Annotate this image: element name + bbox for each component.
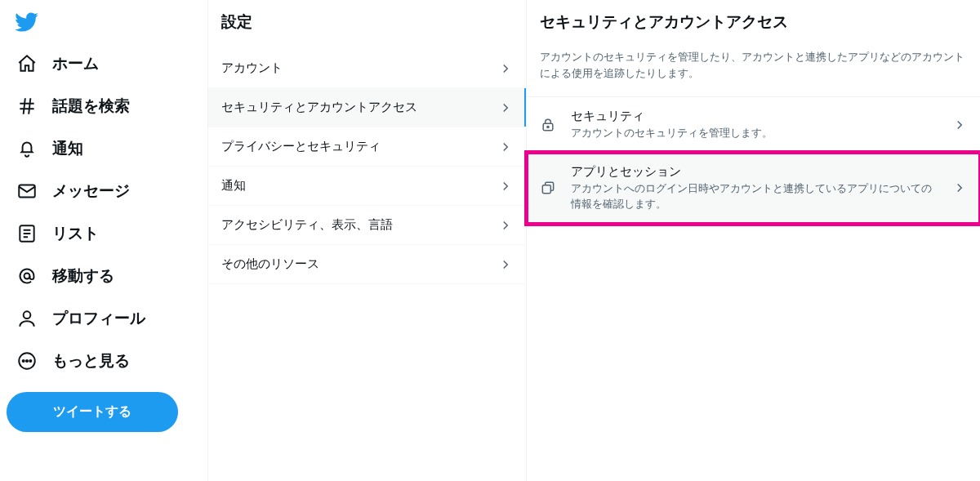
hash-icon — [16, 96, 38, 117]
nav-spacer — [7, 432, 201, 473]
panel-row-sub: アカウントへのログイン日時やアカウントと連携しているアプリについての情報を確認し… — [571, 181, 938, 212]
chevron-right-icon — [498, 100, 513, 115]
settings-item-security-access[interactable]: セキュリティとアカウントアクセス — [208, 88, 526, 127]
panel-row-security[interactable]: セキュリティ アカウントのセキュリティを管理します。 — [527, 97, 980, 153]
settings-item-label: アクセシビリティ、表示、言語 — [221, 217, 393, 233]
nav-label: リスト — [52, 223, 99, 244]
nav-items: ホーム 話題を検索 通知 メッセージ — [7, 44, 201, 381]
chevron-right-icon — [498, 218, 513, 233]
panel-row-title: アプリとセッション — [571, 164, 938, 180]
chevron-right-icon — [498, 61, 513, 76]
at-icon — [16, 265, 38, 287]
home-icon — [16, 53, 38, 74]
svg-point-9 — [547, 127, 549, 128]
chevron-right-icon — [498, 257, 513, 272]
svg-point-6 — [26, 360, 28, 362]
nav-more[interactable]: もっと見る — [7, 341, 201, 381]
apps-icon — [540, 180, 556, 196]
svg-point-7 — [29, 360, 31, 362]
panel-row-title: セキュリティ — [571, 109, 938, 124]
nav-label: もっと見る — [52, 350, 130, 372]
nav-label: プロフィール — [52, 308, 145, 329]
lock-icon — [540, 117, 556, 133]
nav-explore[interactable]: 話題を検索 — [7, 87, 201, 126]
nav-home[interactable]: ホーム — [7, 44, 201, 83]
nav-lists[interactable]: リスト — [7, 214, 201, 253]
more-icon — [16, 350, 38, 372]
panel-header: セキュリティとアカウントアクセス — [527, 0, 980, 49]
panel-row-text: セキュリティ アカウントのセキュリティを管理します。 — [571, 109, 938, 141]
nav-label: ホーム — [52, 53, 99, 74]
chevron-right-icon — [952, 118, 967, 132]
nav-label: 通知 — [52, 138, 83, 159]
svg-point-3 — [24, 311, 31, 318]
settings-item-account[interactable]: アカウント — [208, 49, 526, 88]
nav-notifications[interactable]: 通知 — [7, 129, 201, 168]
person-icon — [16, 308, 38, 329]
nav-profile[interactable]: プロフィール — [7, 299, 201, 338]
chevron-right-icon — [498, 179, 513, 194]
envelope-icon — [16, 180, 38, 202]
panel-description: アカウントのセキュリティを管理したり、アカウントと連携したアプリなどのアカウント… — [527, 49, 980, 97]
list-icon — [16, 223, 38, 244]
nav-messages[interactable]: メッセージ — [7, 171, 201, 211]
chevron-right-icon — [498, 140, 513, 154]
chevron-right-icon — [952, 180, 967, 195]
settings-item-label: プライバシーとセキュリティ — [221, 139, 381, 154]
nav-label: 話題を検索 — [52, 96, 130, 117]
logo-wrap[interactable] — [7, 5, 201, 42]
settings-item-privacy[interactable]: プライバシーとセキュリティ — [208, 127, 526, 167]
settings-item-label: アカウント — [221, 60, 283, 76]
settings-item-label: その他のリソース — [221, 256, 319, 272]
app-root: ホーム 話題を検索 通知 メッセージ — [0, 0, 980, 481]
nav-move[interactable]: 移動する — [7, 256, 201, 296]
nav-label: メッセージ — [52, 180, 130, 202]
bell-icon — [16, 138, 38, 159]
tweet-button[interactable]: ツイートする — [7, 392, 178, 432]
twitter-logo-icon — [15, 10, 193, 34]
settings-item-other-resources[interactable]: その他のリソース — [208, 245, 526, 284]
svg-point-2 — [24, 274, 30, 279]
detail-panel: セキュリティとアカウントアクセス アカウントのセキュリティを管理したり、アカウン… — [527, 0, 980, 481]
settings-header: 設定 — [208, 0, 526, 49]
svg-point-5 — [23, 360, 24, 362]
settings-item-accessibility[interactable]: アクセシビリティ、表示、言語 — [208, 206, 526, 245]
settings-item-label: セキュリティとアカウントアクセス — [221, 100, 417, 115]
settings-item-notifications[interactable]: 通知 — [208, 167, 526, 206]
nav-label: 移動する — [52, 265, 114, 287]
panel-row-apps-sessions[interactable]: アプリとセッション アカウントへのログイン日時やアカウントと連携しているアプリに… — [527, 153, 980, 224]
panel-row-sub: アカウントのセキュリティを管理します。 — [571, 126, 938, 141]
panel-row-text: アプリとセッション アカウントへのログイン日時やアカウントと連携しているアプリに… — [571, 164, 938, 212]
settings-column: 設定 アカウント セキュリティとアカウントアクセス プライバシーとセキュリティ … — [208, 0, 527, 481]
left-nav: ホーム 話題を検索 通知 メッセージ — [0, 0, 208, 481]
svg-rect-10 — [542, 185, 550, 194]
settings-item-label: 通知 — [221, 178, 246, 194]
